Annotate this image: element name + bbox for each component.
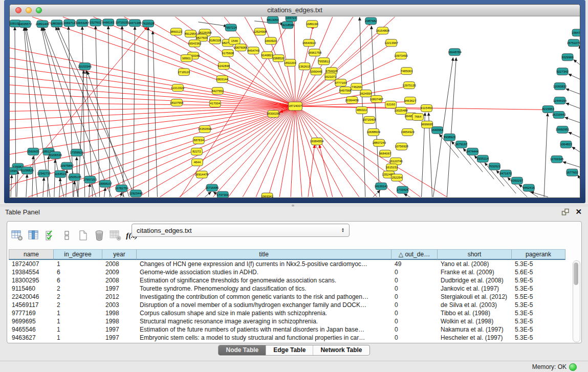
table-cell: 0 [391,334,438,342]
graph-node-label: 12505135 [68,176,81,179]
graph-node-label: 8813054 [267,18,279,21]
graph-node-label: 19654923 [401,130,415,134]
graph-node-label: 10025488 [394,109,408,112]
graph-node-label: 15716485 [205,186,219,189]
table-cell: Nakamura et al. (1997) [438,325,512,334]
graph-node-label: 18107554 [170,101,184,104]
show-columns-icon[interactable] [27,229,40,242]
graph-node-label: 7632621 [489,165,501,168]
graph-node-label: 82272 [192,150,201,153]
table-toolbar: f(x) [10,227,141,244]
graph-node-label: 16961758 [308,51,322,54]
table-row[interactable]: 977716911998Corpus callosum shape and si… [9,309,574,317]
graph-edge [563,162,580,167]
table-row[interactable]: 946554611997Estimation of the future num… [9,325,574,334]
graph-node-label: 20891406 [36,23,50,26]
table-cell: 1997 [102,334,137,342]
graph-node-label: 12923448 [129,192,143,195]
graph-node-label: 20153346 [78,65,92,68]
table-cell: Embryonic stem cells: a model to study s… [137,334,391,342]
table-row[interactable]: 946362711997Embryonic stem cells: a mode… [9,334,574,342]
graph-node-label: 9146821 [261,54,273,57]
table-header-row: namein_degreeyeartitle△ out_de…shortpage… [9,249,565,260]
table-cell: Wolkin et al. (1998) [438,317,512,325]
graph-node-label: 417004 [210,102,221,105]
graph-node-label: 10975887 [60,164,74,167]
delete-table-icon[interactable] [108,229,122,242]
table-row[interactable]: 1938455462009Genome-wide association stu… [9,268,574,276]
row-options-icon[interactable] [59,229,73,242]
network-canvas[interactable]: 2091029140355722089140618839052069714106… [10,16,580,198]
graph-edge [59,178,60,197]
graph-node-label: 16120746 [389,160,403,163]
table-row[interactable]: 911546021997Tourette syndrome. Phenomeno… [9,285,574,293]
table-cell: 9115460 [9,285,54,293]
graph-node-label: 14136141 [374,185,388,188]
graph-node-label: 2718120 [178,71,190,74]
application-window: citations_edges.txt 20910291403557220891… [0,0,588,372]
select-columns-icon[interactable] [43,229,57,242]
graph-node-label: 887834 [193,139,204,142]
memory-ok-indicator [569,363,577,371]
table-cell: 6 [54,268,102,276]
graph-node-label: 4644 [194,161,201,164]
graph-node-label: 19384554 [310,140,324,143]
graph-node-label: 1832203 [284,61,296,64]
graph-node-label: 15692951 [556,128,570,131]
new-column-icon[interactable] [76,229,90,242]
tab-node-table[interactable]: Node Table [219,345,266,355]
vertical-scrollbar[interactable] [573,260,580,342]
table-row[interactable]: 2242004622012Investigating the contribut… [9,293,574,301]
column-header-year[interactable]: year [102,249,137,260]
graph-node-label: 1621072 [324,75,337,78]
graph-node-label: 98901 [182,57,191,60]
table-cell: 1 [54,325,102,334]
scrollbar-thumb[interactable] [574,262,578,285]
table-cell: Hescheler et al. (1997) [438,334,512,342]
float-panel-icon[interactable] [561,208,570,216]
graph-edge [10,106,295,112]
graph-node-label: 20676068 [234,46,248,49]
graph-node-label: 6794028 [325,70,338,73]
close-panel-icon[interactable]: ✕ [575,207,582,216]
graph-edge [10,106,295,155]
table-row[interactable]: 969969511998Structural magnetic resonanc… [9,317,574,325]
graph-node-label: 1154519 [54,172,66,176]
table-mode-icon[interactable] [10,229,24,242]
graph-node-label: 8454749 [248,49,260,52]
graph-edge [74,181,75,197]
table-row[interactable]: 1830029562008Estimation of significance … [9,276,574,285]
graph-node-label: 17359924 [70,151,83,154]
graph-node-label: 1064823 [560,143,572,146]
column-header-out_de[interactable]: △ out_de… [391,249,438,260]
table-cell: 9465546 [9,325,54,334]
tab-edge-table[interactable]: Edge Table [266,345,313,355]
column-header-pagerank[interactable]: pagerank [512,249,565,260]
graph-node-label: 10756928 [395,145,408,148]
table-cell: 5.3E-5 [512,309,565,317]
network-window: citations_edges.txt 20910291403557220891… [9,4,580,198]
graph-node-label: 14035572 [18,23,32,26]
table-row[interactable]: 1456911722003Disruption of a novel membe… [9,301,574,309]
table-cell: Dudbridge et al. (2008) [438,276,512,285]
graph-edge [295,106,302,197]
column-header-name[interactable]: name [9,249,54,260]
graph-edge [205,192,211,197]
table-container: f(x) citations_edges.txt ▲▼ namein_degre… [7,221,582,343]
table-cell: 9463627 [9,334,54,342]
table-cell: Tibbo et al. (1998) [438,309,512,317]
graph-edge [319,145,333,197]
table-row[interactable]: 1872400712008Changes of HCN gene express… [9,260,574,268]
graph-node-label: 16782759 [115,187,128,190]
delete-column-icon[interactable] [92,229,106,242]
table-panel-title: Table Panel [5,208,40,216]
table-cell: 5.3E-5 [512,325,565,334]
graph-node-label: 16914479 [195,173,209,176]
column-header-in_degree[interactable]: in_degree [54,249,102,260]
column-header-short[interactable]: short [438,249,512,260]
graph-node-label: 9474444 [467,150,479,153]
column-header-title[interactable]: title [137,249,391,260]
tab-network-table[interactable]: Network Table [313,345,369,355]
table-selector-dropdown[interactable]: citations_edges.txt ▲▼ [132,224,350,237]
graph-edge [56,27,124,197]
